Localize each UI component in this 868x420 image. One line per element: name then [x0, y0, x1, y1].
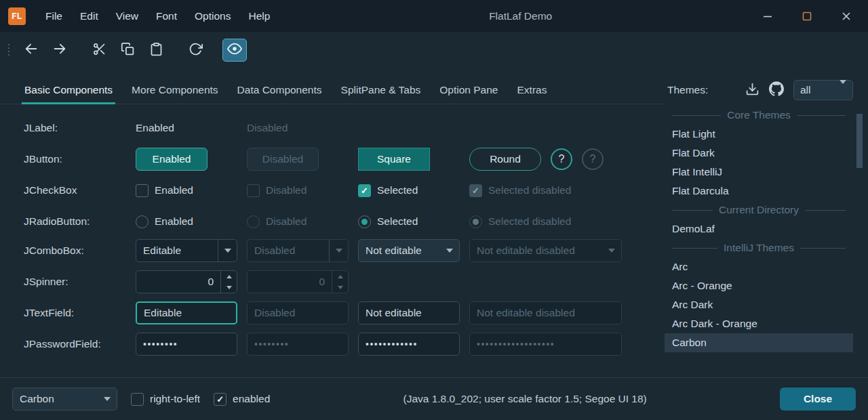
github-icon — [769, 81, 784, 99]
chevron-down-icon[interactable] — [218, 240, 237, 261]
theme-list: Core Themes Flat Light Flat Dark Flat In… — [665, 106, 853, 352]
refresh-icon — [189, 42, 203, 58]
chevron-down-icon — [329, 240, 348, 261]
radio-selected[interactable]: Selected — [358, 215, 418, 228]
copy-button[interactable] — [115, 39, 140, 62]
back-button[interactable] — [19, 39, 43, 62]
themes-header: Themes: all — [665, 76, 853, 104]
checkbox-enabled[interactable]: Enabled — [136, 184, 193, 197]
combobox-editable[interactable]: Editable — [136, 239, 237, 262]
minimize-button[interactable] — [762, 11, 773, 22]
jspinner-row: JSpinner: 0 0 — [24, 268, 665, 299]
theme-item-flat-light[interactable]: Flat Light — [665, 125, 853, 144]
theme-item-carbon[interactable]: Carbon — [665, 333, 853, 352]
jpasswordfield-row-label: JPasswordField: — [24, 338, 136, 350]
checkbox-box — [136, 184, 149, 197]
themes-filter-select[interactable]: all — [793, 80, 853, 100]
close-window-button[interactable] — [841, 11, 852, 22]
spinner-down-button — [332, 282, 348, 293]
spinner-down-button[interactable] — [221, 282, 237, 293]
theme-item-arc-dark[interactable]: Arc Dark — [665, 295, 853, 314]
chevron-down-icon — [440, 240, 459, 261]
paste-button[interactable] — [144, 39, 168, 62]
cut-button[interactable] — [87, 39, 111, 62]
menu-bar: File Edit View Font Options Help — [37, 0, 279, 32]
themes-label: Themes: — [667, 84, 708, 96]
checkbox-selected-disabled: Selected disabled — [469, 184, 571, 197]
combobox-not-editable[interactable]: Not editable — [358, 239, 460, 262]
help-button-disabled: ? — [582, 148, 604, 170]
spinner-enabled[interactable]: 0 — [136, 270, 237, 293]
tab-extras[interactable]: Extras — [508, 76, 557, 104]
menu-help[interactable]: Help — [239, 0, 279, 32]
app-logo-icon: FL — [8, 7, 26, 25]
jtextfield-row: JTextField: Editable Disabled Not editab… — [24, 299, 665, 331]
round-button[interactable]: Round — [469, 148, 541, 171]
checkbox-box-checked — [358, 184, 371, 197]
tab-more-components[interactable]: More Components — [122, 76, 228, 104]
theme-item-arc[interactable]: Arc — [665, 257, 853, 276]
window-title: FlatLaf Demo — [279, 10, 762, 22]
forward-button[interactable] — [47, 39, 72, 62]
clipboard-icon — [149, 42, 163, 58]
radio-disabled: Disabled — [247, 215, 307, 228]
scissors-icon — [92, 42, 106, 58]
theme-item-demolaf[interactable]: DemoLaf — [665, 219, 853, 238]
tab-basic-components[interactable]: Basic Components — [15, 76, 122, 104]
checkbox-selected[interactable]: Selected — [358, 184, 418, 197]
tab-data-components[interactable]: Data Components — [228, 76, 332, 104]
theme-item-arc-dark-orange[interactable]: Arc Dark - Orange — [665, 314, 853, 333]
square-button[interactable]: Square — [358, 148, 430, 171]
spinner-up-button[interactable] — [221, 271, 237, 282]
menu-font[interactable]: Font — [147, 0, 186, 32]
label-disabled: Disabled — [247, 122, 288, 134]
basic-components-content: JLabel: Enabled Disabled JButton: Enable… — [0, 104, 665, 362]
refresh-button[interactable] — [183, 39, 208, 62]
checkbox-box-checked — [214, 393, 226, 406]
menu-options[interactable]: Options — [186, 0, 239, 32]
toolbar-grip-handle[interactable] — [8, 44, 9, 56]
main-area: Basic Components More Components Data Co… — [0, 68, 868, 377]
checkbox-box-checked — [469, 184, 482, 197]
enabled-button[interactable]: Enabled — [136, 148, 208, 171]
theme-item-arc-orange[interactable]: Arc - Orange — [665, 276, 853, 295]
github-link-button[interactable] — [769, 81, 784, 99]
menu-edit[interactable]: Edit — [71, 0, 107, 32]
tab-splitpane-tabs[interactable]: SplitPane & Tabs — [332, 76, 431, 104]
scrollbar-thumb[interactable] — [856, 114, 863, 168]
radio-enabled[interactable]: Enabled — [136, 215, 193, 228]
download-themes-button[interactable] — [745, 82, 760, 99]
textfield-not-editable-disabled: Not editable disabled — [469, 301, 622, 324]
radio-circle — [136, 215, 149, 228]
passwordfield-not-editable[interactable]: •••••••••••• — [358, 333, 460, 356]
jpasswordfield-row: JPasswordField: •••••••• •••••••• ••••••… — [24, 331, 665, 362]
show-toggle-button[interactable] — [222, 39, 247, 62]
textfield-not-editable[interactable]: Not editable — [358, 301, 460, 324]
spinner-up-button — [332, 271, 348, 282]
passwordfield-editable[interactable]: •••••••• — [136, 333, 237, 356]
enabled-checkbox[interactable]: enabled — [214, 393, 270, 406]
help-button[interactable]: ? — [551, 148, 572, 170]
title-bar: FL File Edit View Font Options Help Flat… — [0, 0, 868, 32]
arrow-right-icon — [52, 41, 67, 58]
theme-item-flat-darcula[interactable]: Flat Darcula — [665, 182, 853, 201]
theme-select-combobox[interactable]: Carbon — [12, 387, 117, 411]
download-icon — [745, 82, 760, 99]
status-bar: Carbon right-to-left enabled (Java 1.8.0… — [0, 377, 868, 420]
checkbox-disabled: Disabled — [247, 184, 307, 197]
theme-item-flat-dark[interactable]: Flat Dark — [665, 144, 853, 163]
jcheckbox-row: JCheckBox Enabled Disabled — [24, 175, 665, 206]
jspinner-row-label: JSpinner: — [24, 276, 136, 288]
right-to-left-checkbox[interactable]: right-to-left — [131, 393, 200, 406]
close-button[interactable]: Close — [780, 387, 856, 411]
maximize-button[interactable] — [802, 11, 812, 22]
checkbox-box — [247, 184, 260, 197]
passwordfield-not-editable-disabled: •••••••••••••••••• — [469, 333, 622, 356]
radio-selected-disabled: Selected disabled — [469, 215, 571, 228]
copy-icon — [121, 42, 135, 58]
menu-file[interactable]: File — [37, 0, 71, 32]
textfield-editable[interactable]: Editable — [136, 301, 237, 324]
menu-view[interactable]: View — [107, 0, 147, 32]
theme-item-flat-intellij[interactable]: Flat IntelliJ — [665, 163, 853, 182]
tab-option-pane[interactable]: Option Pane — [430, 76, 507, 104]
